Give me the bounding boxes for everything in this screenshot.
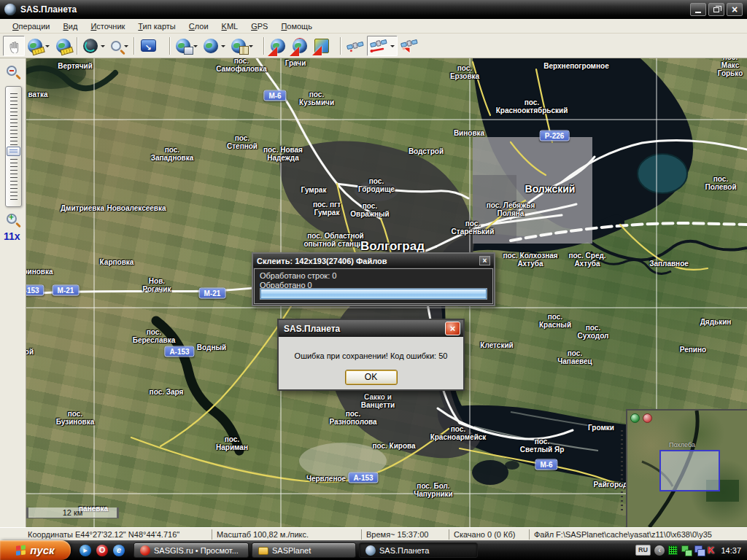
progress-dialog-title: Склеить: 142x193(27406) Файлов: [257, 257, 479, 265]
restore-icon: [713, 7, 719, 12]
toolbar-separator: [169, 37, 171, 55]
sasplanet-app-icon: [365, 545, 376, 556]
system-tray: RU ‹ K 14:37: [635, 545, 747, 556]
taskbar-item-label: SAS.Планета: [379, 546, 429, 555]
road-badge: М-6: [263, 90, 286, 101]
taskbar-item-label: SASPlanet: [272, 546, 311, 555]
language-indicator[interactable]: RU: [635, 545, 651, 556]
measure-tool-button[interactable]: [53, 36, 74, 56]
error-message: Ошибка при сохранении! Код ошибки: 50: [279, 351, 463, 360]
menu-operations[interactable]: Операции: [6, 20, 56, 32]
map-place-label: Волжский: [525, 184, 576, 195]
cached-maps-button[interactable]: [228, 36, 256, 56]
menu-view[interactable]: Вид: [56, 20, 84, 32]
zoom-out-icon[interactable]: [7, 66, 17, 76]
tray-collapse-icon[interactable]: ‹: [654, 545, 665, 556]
globe-selection-icon: [28, 39, 42, 53]
map-place-label: пос. Старенький: [452, 219, 495, 236]
map-place-label: Сакко и Ванцетти: [361, 393, 395, 409]
map-place-label: Виновка: [454, 129, 484, 137]
taskbar-item-sasgis[interactable]: SASGIS.ru • Просмот...: [133, 542, 249, 558]
app-icon: [4, 4, 16, 15]
close-button[interactable]: ×: [727, 3, 743, 16]
minimap-drag-handle[interactable]: [621, 430, 623, 510]
progress-bar-fill: [260, 289, 487, 299]
download-view-button[interactable]: [173, 36, 201, 56]
minimap-globe-icon[interactable]: [630, 413, 640, 423]
map-place-label: ватка: [28, 90, 47, 98]
hand-icon: [7, 39, 21, 53]
minimize-button[interactable]: [690, 3, 706, 16]
window-title: SAS.Планета: [20, 4, 688, 15]
menu-source[interactable]: Источник: [84, 20, 131, 32]
goto-download-button-1[interactable]: [267, 36, 289, 56]
map-place-label: Волгоград: [360, 239, 425, 253]
fullscreen-icon: [141, 39, 156, 52]
opera-icon[interactable]: O: [96, 545, 108, 556]
pan-tool-button[interactable]: [3, 36, 25, 56]
source-globe-button[interactable]: [80, 36, 108, 56]
road-badge: М-6: [535, 459, 557, 470]
taskbar-item-sasplanet-folder[interactable]: SASPlanet: [252, 542, 356, 558]
error-dialog-titlebar[interactable]: SAS.Планета ×: [279, 320, 463, 337]
status-coordinates: Координаты E44°27'32.12" N48°44'4.716": [0, 529, 212, 540]
goto-download-button-2[interactable]: [289, 36, 311, 56]
map-place-label: пос. Разнополова: [329, 410, 376, 426]
map-place-label: пос. Ерзовка: [450, 64, 479, 80]
zoom-sidebar: 11x: [0, 58, 26, 527]
map-place-label: риновка: [26, 268, 53, 276]
zoom-slider[interactable]: [5, 86, 22, 207]
menu-map-type[interactable]: Тип карты: [131, 20, 182, 32]
dark-globe-icon: [83, 39, 98, 53]
zoom-slider-thumb[interactable]: [7, 147, 20, 156]
minimap-place-label: Похлеба: [669, 441, 695, 448]
scale-bar: 12 км: [26, 508, 119, 518]
minimap-panel[interactable]: Похлеба: [626, 409, 747, 527]
internet-explorer-icon[interactable]: e: [113, 545, 125, 556]
map-place-label: Вертячий: [58, 62, 93, 70]
map-place-label: пос. Новая Надежда: [263, 146, 303, 162]
ok-button[interactable]: OK: [345, 370, 398, 385]
lan-status-icon[interactable]: [681, 545, 691, 555]
windows-logo-icon: [16, 545, 26, 556]
taskbar-item-sasplaneta[interactable]: SAS.Планета: [359, 542, 478, 558]
gps-satellite-button[interactable]: [344, 36, 367, 56]
gps-track-button[interactable]: [367, 36, 398, 56]
progress-close-button[interactable]: ×: [479, 256, 490, 265]
chevron-down-icon: [390, 45, 395, 50]
map-place-label: Клетский: [480, 341, 513, 349]
network-computers-icon[interactable]: [694, 545, 704, 555]
selection-tool-button[interactable]: [25, 36, 53, 56]
antivirus-icon[interactable]: K: [708, 545, 714, 555]
fullscreen-button[interactable]: [137, 36, 159, 56]
map-place-label: пос. Суходол: [578, 324, 609, 340]
menu-gps[interactable]: GPS: [244, 20, 274, 32]
restore-button[interactable]: [708, 3, 724, 16]
zoom-in-icon[interactable]: [7, 214, 17, 224]
gps-marker-button[interactable]: [398, 36, 421, 56]
menu-kml[interactable]: KML: [215, 20, 245, 32]
toolbar-separator: [77, 37, 78, 55]
map-place-label: Дмитриевка: [61, 204, 104, 212]
map-place-label: пос. Нариман: [216, 435, 248, 451]
progress-dialog-titlebar[interactable]: Склеить: 142x193(27406) Файлов ×: [253, 254, 494, 268]
network-traffic-icon[interactable]: [668, 545, 678, 555]
zoom-tool-button[interactable]: [108, 36, 131, 56]
close-icon: ×: [732, 4, 738, 15]
map-place-label: Громки: [588, 424, 614, 432]
menu-help[interactable]: Помощь: [274, 20, 319, 32]
clock[interactable]: 14:37: [721, 546, 741, 555]
start-button[interactable]: пуск: [0, 540, 71, 560]
minimap-layer-icon[interactable]: [643, 413, 652, 423]
media-player-icon[interactable]: ▸: [80, 545, 91, 556]
road-badge: Р-226: [540, 131, 570, 141]
progress-dialog-body: Обработано строк: 0 Обработано 0: [254, 268, 493, 304]
magnifier-icon: [111, 41, 121, 51]
menu-layers[interactable]: Слои: [182, 20, 215, 32]
goto-download-button-3[interactable]: [311, 36, 333, 56]
map-place-label: пос. Лебяжья Поляна: [487, 201, 535, 217]
map-place-label: Верхнепогромное: [543, 62, 608, 70]
error-close-button[interactable]: ×: [445, 322, 460, 335]
minimap-view-rect[interactable]: [659, 450, 720, 491]
internet-maps-button[interactable]: [201, 36, 228, 56]
